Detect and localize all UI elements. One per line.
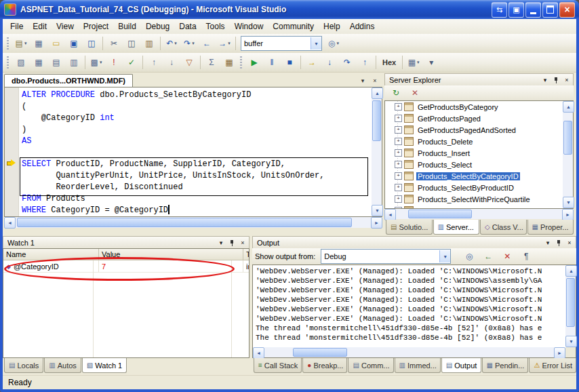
code-line[interactable]: ) — [22, 124, 372, 136]
restore-button[interactable] — [542, 2, 558, 18]
expand-icon[interactable]: + — [395, 138, 402, 145]
pin-icon[interactable] — [551, 75, 561, 85]
show-sql-pane-icon[interactable]: ▤ — [47, 55, 65, 70]
tab-watch-1[interactable]: ▧Watch 1 — [82, 358, 127, 373]
menu-item-debug[interactable]: Debug — [141, 20, 174, 33]
toolbar-grip[interactable] — [7, 37, 9, 50]
menu-item-help[interactable]: Help — [319, 20, 345, 33]
expand-icon[interactable]: + — [395, 115, 402, 122]
expand-icon[interactable]: + — [395, 195, 402, 203]
column-header-value[interactable]: Value — [99, 249, 243, 260]
scroll-track[interactable] — [565, 277, 576, 336]
scroll-thumb[interactable] — [293, 348, 347, 357]
goto-previous-message-icon[interactable]: ← — [479, 249, 497, 264]
navigate-forward-icon[interactable]: →▾ — [216, 36, 233, 51]
close-document-icon[interactable]: × — [370, 76, 380, 85]
stop-debugging-icon[interactable]: ■ — [281, 55, 298, 70]
menu-item-build[interactable]: Build — [113, 20, 141, 33]
output-horizontal-scrollbar[interactable]: ◄ ► — [253, 347, 565, 357]
tree-item-getproductsbycategory[interactable]: +GetProductsByCategory — [385, 101, 573, 113]
show-next-statement-icon[interactable]: → — [303, 55, 321, 70]
toolbar-grip[interactable] — [7, 56, 9, 68]
tree-item-products-selectbyproductid[interactable]: +Products_SelectByProductID — [385, 182, 573, 193]
navigate-backward-icon[interactable]: ← — [198, 36, 216, 51]
sort-ascending-icon[interactable]: ↑ — [145, 55, 163, 70]
group-by-icon[interactable]: Σ — [203, 55, 220, 70]
scroll-track[interactable] — [16, 217, 371, 228]
expand-icon[interactable]: + — [395, 172, 402, 180]
expand-icon[interactable]: + — [395, 161, 402, 168]
menu-item-addins[interactable]: Addins — [345, 20, 380, 33]
close-button[interactable]: × — [559, 2, 575, 18]
tree-item-getproductspagedandsorted[interactable]: +GetProductsPagedAndSorted — [385, 124, 573, 136]
undo-icon[interactable]: ↶▾ — [163, 36, 180, 51]
menu-item-project[interactable]: Project — [79, 20, 113, 33]
tab-comm[interactable]: ▤Comm... — [348, 358, 393, 373]
toolbar-options-icon[interactable]: ▾ — [422, 55, 440, 70]
tree-horizontal-scrollbar[interactable]: ◄ ► — [384, 209, 574, 219]
watch-row[interactable]: ◆@CategoryID7int — [3, 260, 249, 273]
server-explorer-tree[interactable]: +GetProductsByCategory+GetProductsPaged+… — [384, 100, 574, 209]
output-header[interactable]: Output ▾ × — [252, 236, 576, 250]
refresh-icon[interactable]: ↻ — [387, 85, 405, 100]
output-text[interactable]: 'WebDev.WebServer.EXE' (Managed): Loaded… — [253, 265, 565, 347]
show-results-pane-icon[interactable]: ▥ — [65, 55, 83, 70]
tree-item-products-select[interactable]: +Products_Select — [385, 159, 573, 170]
scroll-thumb[interactable] — [566, 278, 575, 327]
menu-item-file[interactable]: File — [5, 20, 28, 33]
step-over-icon[interactable]: ↷ — [338, 55, 356, 70]
show-diagram-pane-icon[interactable]: ▧ — [12, 55, 30, 70]
scroll-up-icon[interactable]: ▲ — [565, 265, 577, 277]
code-line[interactable]: ReorderLevel, Discontinued — [22, 182, 372, 193]
scroll-right-icon[interactable]: ► — [371, 217, 382, 229]
scroll-left-icon[interactable]: ◄ — [384, 209, 396, 220]
add-new-item-icon[interactable]: ▤▾ — [12, 36, 30, 51]
tab-call-stack[interactable]: ≡Call Stack — [254, 358, 302, 373]
title-bar[interactable]: ASPNET_Data_Tutorial_74_CS (Debugging) -… — [0, 0, 579, 19]
sort-descending-icon[interactable]: ↓ — [163, 55, 180, 70]
tab-autos[interactable]: ▥Autos — [44, 358, 81, 373]
scroll-track[interactable] — [264, 347, 554, 357]
tab-server[interactable]: ▥Server... — [433, 220, 480, 235]
verify-sql-icon[interactable]: ✓ — [123, 55, 140, 70]
tab-proper[interactable]: ▦Proper... — [527, 220, 574, 235]
word-wrap-icon[interactable]: ¶ — [517, 249, 535, 264]
column-header-type[interactable]: Type — [243, 249, 249, 260]
execute-sql-icon[interactable]: ! — [105, 55, 123, 70]
show-criteria-pane-icon[interactable]: ▦ — [30, 55, 47, 70]
tree-item-getproductspaged[interactable]: +GetProductsPaged — [385, 113, 573, 124]
window-extra-button-1[interactable]: ⇆ — [492, 2, 507, 18]
window-position-icon[interactable]: ▾ — [540, 75, 550, 85]
scroll-track[interactable] — [563, 113, 573, 197]
find-message-icon[interactable]: ◎ — [460, 249, 478, 264]
find-combo[interactable]: buffer▾ — [241, 36, 322, 51]
chevron-down-icon[interactable]: ▾ — [311, 37, 321, 50]
scroll-thumb[interactable] — [372, 100, 381, 141]
scroll-up-icon[interactable]: ▲ — [563, 101, 574, 113]
open-file-icon[interactable]: ▭ — [47, 36, 65, 51]
clear-all-icon[interactable]: ✕ — [498, 249, 516, 264]
code-editor[interactable]: ALTER PROCEDURE dbo.Products_SelectByCat… — [4, 87, 382, 217]
tree-item-products-insert[interactable]: +Products_Insert — [385, 147, 573, 159]
tab-output[interactable]: ▤Output — [441, 358, 481, 373]
stop-refresh-icon[interactable]: ✕ — [406, 85, 424, 100]
tree-item-products-selectbycategoryid[interactable]: +Products_SelectByCategoryID — [385, 170, 573, 182]
tab-breakp[interactable]: ●Breakp... — [302, 358, 347, 373]
tab-pendin[interactable]: ▦Pendin... — [482, 358, 529, 373]
scroll-thumb[interactable] — [408, 210, 472, 218]
redo-icon[interactable]: ↷▾ — [180, 36, 198, 51]
pin-icon[interactable] — [227, 238, 237, 248]
save-all-icon[interactable]: ◫ — [83, 36, 100, 51]
chevron-down-icon[interactable]: ▾ — [439, 250, 450, 262]
close-icon[interactable]: × — [562, 75, 572, 85]
code-line[interactable]: ( — [22, 101, 372, 113]
scroll-left-icon[interactable]: ◄ — [253, 347, 264, 359]
editor-horizontal-scrollbar[interactable]: ◄ ► — [4, 217, 382, 228]
tree-item-products-delete[interactable]: +Products_Delete — [385, 136, 573, 147]
code-line[interactable]: SELECT ProductID, ProductName, SupplierI… — [22, 159, 372, 170]
cut-icon[interactable]: ✂ — [105, 36, 123, 51]
step-out-icon[interactable]: ↑ — [356, 55, 374, 70]
output-source-combo[interactable]: Debug ▾ — [321, 249, 451, 264]
tree-item-products-selectwithpricequartile[interactable]: +Products_SelectWithPriceQuartile — [385, 193, 573, 205]
document-list-icon[interactable]: ▾ — [358, 76, 367, 85]
